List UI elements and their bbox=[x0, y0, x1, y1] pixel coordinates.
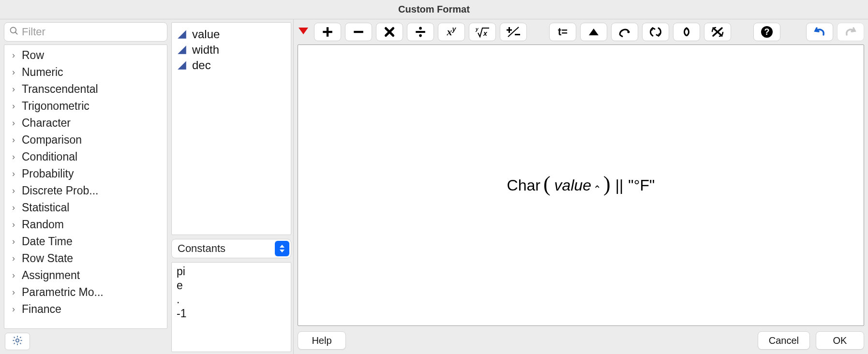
plus-button[interactable] bbox=[314, 23, 341, 41]
delete-icon bbox=[711, 26, 724, 38]
variable-width[interactable]: width bbox=[177, 42, 286, 58]
category-comparison[interactable]: ›Comparison bbox=[9, 132, 167, 148]
category-label: Finance bbox=[22, 303, 61, 316]
category-label: Assignment bbox=[22, 269, 80, 282]
close-paren: ) bbox=[603, 174, 611, 195]
plusminus-icon bbox=[507, 26, 520, 38]
chevron-right-icon: › bbox=[10, 135, 17, 145]
cancel-label: Cancel bbox=[769, 335, 799, 346]
times-icon bbox=[383, 26, 396, 38]
category-parametric-model[interactable]: ›Parametric Mo... bbox=[9, 284, 167, 301]
category-label: Row bbox=[22, 49, 44, 62]
middle-column: value width dec Constants bbox=[169, 19, 293, 354]
constant-pi[interactable]: pi bbox=[177, 265, 286, 279]
category-probability[interactable]: ›Probability bbox=[9, 165, 167, 182]
constant-missing[interactable]: . bbox=[177, 293, 286, 307]
constant-neg1[interactable]: -1 bbox=[177, 307, 286, 321]
variable-value[interactable]: value bbox=[177, 27, 286, 42]
category-statistical[interactable]: ›Statistical bbox=[9, 199, 167, 216]
dialog-footer: Help Cancel OK bbox=[298, 328, 864, 351]
switch-button[interactable] bbox=[642, 23, 669, 41]
variable-dec[interactable]: dec bbox=[177, 58, 286, 73]
svg-marker-7 bbox=[280, 250, 284, 252]
gear-icon bbox=[12, 335, 23, 348]
constant-label: pi bbox=[177, 265, 185, 278]
svg-text:?: ? bbox=[764, 27, 770, 37]
divide-button[interactable] bbox=[407, 23, 434, 41]
constants-select[interactable]: Constants bbox=[171, 239, 291, 258]
settings-button[interactable] bbox=[5, 333, 30, 350]
root-icon: y x bbox=[475, 26, 490, 38]
undo-button[interactable] bbox=[806, 23, 833, 41]
right-column: xy y x bbox=[293, 19, 868, 354]
insert-button[interactable] bbox=[580, 23, 607, 41]
category-label: Date Time bbox=[22, 235, 73, 248]
category-finance[interactable]: ›Finance bbox=[9, 301, 167, 318]
continuous-icon bbox=[177, 60, 187, 71]
formula-literal[interactable]: "°F" bbox=[628, 177, 655, 194]
help-button[interactable]: ? bbox=[753, 23, 780, 41]
window-title: Custom Format bbox=[398, 4, 470, 15]
concat-operator: || bbox=[614, 177, 626, 194]
chevron-right-icon: › bbox=[10, 169, 17, 179]
svg-rect-13 bbox=[416, 31, 425, 33]
switch-icon bbox=[649, 26, 662, 38]
category-label: Conditional bbox=[22, 150, 77, 163]
open-paren: ( bbox=[543, 174, 551, 195]
window-titlebar: Custom Format bbox=[0, 0, 868, 19]
category-trigonometric[interactable]: ›Trigonometric bbox=[9, 98, 167, 115]
chevron-right-icon: › bbox=[10, 152, 17, 162]
category-conditional[interactable]: ›Conditional bbox=[9, 148, 167, 165]
constants-list[interactable]: pi e . -1 bbox=[171, 262, 291, 352]
category-label: Comparison bbox=[22, 133, 82, 147]
category-character[interactable]: ›Character bbox=[9, 115, 167, 132]
chevron-right-icon: › bbox=[10, 287, 17, 297]
chevron-right-icon: › bbox=[10, 84, 17, 94]
redo-button[interactable] bbox=[837, 23, 864, 41]
category-row-state[interactable]: ›Row State bbox=[9, 250, 167, 267]
ok-label: OK bbox=[833, 335, 847, 346]
category-numeric[interactable]: ›Numeric bbox=[9, 64, 167, 81]
constants-select-label: Constants bbox=[178, 242, 225, 255]
svg-marker-5 bbox=[178, 61, 186, 70]
hotspot-menu-icon[interactable] bbox=[298, 27, 310, 37]
root-button[interactable]: y x bbox=[469, 23, 496, 41]
category-label: Parametric Mo... bbox=[22, 286, 104, 299]
plusminus-button[interactable] bbox=[500, 23, 527, 41]
constants-select-box[interactable]: Constants bbox=[171, 239, 291, 258]
formula-editor[interactable]: Char ( value ⌃ ) || "°F" bbox=[298, 44, 864, 326]
help-label: Help bbox=[312, 335, 331, 346]
formula-function-name: Char bbox=[507, 177, 540, 194]
filter-input[interactable] bbox=[22, 26, 162, 38]
unnest-button[interactable] bbox=[673, 23, 700, 41]
category-row[interactable]: ›Row bbox=[9, 47, 167, 64]
minus-button[interactable] bbox=[345, 23, 372, 41]
delete-button[interactable] bbox=[704, 23, 731, 41]
help-footer-button[interactable]: Help bbox=[298, 331, 346, 350]
category-date-time[interactable]: ›Date Time bbox=[9, 233, 167, 250]
category-label: Character bbox=[22, 117, 71, 130]
category-discrete-prob[interactable]: ›Discrete Prob... bbox=[9, 182, 167, 199]
formula-argument[interactable]: value bbox=[554, 177, 593, 194]
variable-list[interactable]: value width dec bbox=[171, 22, 291, 235]
caret-up-icon bbox=[588, 27, 599, 37]
insert-caret-icon: ⌃ bbox=[593, 183, 601, 195]
times-button[interactable] bbox=[376, 23, 403, 41]
category-assignment[interactable]: ›Assignment bbox=[9, 267, 167, 284]
constant-e[interactable]: e bbox=[177, 279, 286, 293]
local-assign-button[interactable]: t= bbox=[549, 23, 576, 41]
gear-button-wrap bbox=[4, 332, 167, 352]
peel-button[interactable] bbox=[611, 23, 638, 41]
chevron-right-icon: › bbox=[10, 304, 17, 314]
category-transcendental[interactable]: ›Transcendental bbox=[9, 81, 167, 98]
category-random[interactable]: ›Random bbox=[9, 216, 167, 233]
constant-label: e bbox=[177, 279, 183, 292]
formula-expression[interactable]: Char ( value ⌃ ) || "°F" bbox=[507, 175, 655, 196]
minus-icon bbox=[352, 26, 365, 38]
ok-button[interactable]: OK bbox=[816, 331, 864, 350]
power-button[interactable]: xy bbox=[438, 23, 465, 41]
chevron-right-icon: › bbox=[10, 236, 17, 247]
cancel-button[interactable]: Cancel bbox=[758, 331, 810, 350]
filter-search[interactable] bbox=[4, 22, 167, 42]
category-list[interactable]: ›Row ›Numeric ›Transcendental ›Trigonome… bbox=[4, 44, 167, 329]
